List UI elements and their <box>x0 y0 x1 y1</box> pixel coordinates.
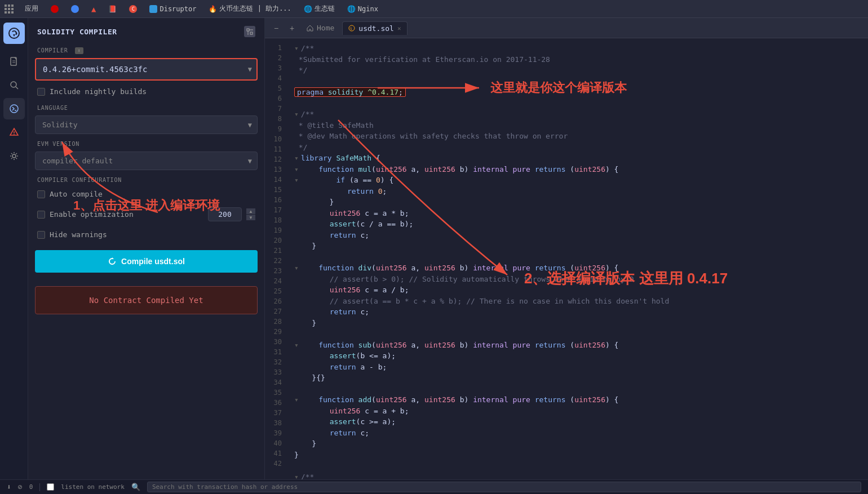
topbar-google[interactable] <box>67 4 83 14</box>
google-icon <box>71 5 79 13</box>
svg-rect-14 <box>250 32 253 34</box>
sidebar-file-icon[interactable] <box>3 51 25 72</box>
sidebar-settings-icon[interactable] <box>3 145 25 167</box>
include-nightly-checkbox[interactable] <box>37 88 45 96</box>
line-numbers: 1234567891011121314151617181920212223242… <box>265 38 287 479</box>
topbar-disruptor[interactable]: Disruptor <box>145 4 201 14</box>
panel-title: SOLIDITY COMPILER <box>37 28 117 36</box>
topbar-chain[interactable]: 🌐 生态链 <box>299 3 339 15</box>
topbar-triangle[interactable]: ▲ <box>87 3 100 15</box>
panel-expand-btn[interactable] <box>244 26 255 37</box>
disruptor-label: Disruptor <box>160 5 196 13</box>
code-editor: − + Home S usdt.sol ✕ <box>265 18 868 479</box>
compiler-version-wrapper: 0.4.26+commit.4563c3fc ▼ <box>35 58 258 81</box>
refresh-icon <box>108 257 117 266</box>
optimization-down-btn[interactable]: ▼ <box>246 215 255 220</box>
evm-section-label: EVM VERSION <box>28 136 264 149</box>
editor-tabs: − + Home S usdt.sol ✕ <box>265 18 868 38</box>
include-nightly-label: Include nightly builds <box>50 87 147 96</box>
flame-icon: 🔥 <box>209 5 217 13</box>
svg-point-11 <box>14 134 15 135</box>
auto-compile-checkbox[interactable] <box>37 190 45 198</box>
c-icon: C <box>129 5 137 13</box>
sol-file-icon: S <box>348 25 355 32</box>
compiler-section-label: COMPILER ⬆ <box>28 43 264 56</box>
listen-network-checkbox[interactable] <box>47 483 54 491</box>
sidebar-logo[interactable] <box>3 23 25 44</box>
svg-text:S: S <box>350 26 352 30</box>
optimization-stepper: ▲ ▼ <box>246 208 255 220</box>
auto-compile-row: Auto compile <box>28 185 264 203</box>
hide-warnings-row: Hide warnings <box>28 226 264 243</box>
left-panel: SOLIDITY COMPILER COMPILER ⬆ 0.4.26+comm… <box>28 18 265 479</box>
listen-network-label: listen on network <box>61 483 125 491</box>
include-nightly-row: Include nightly builds <box>28 83 264 100</box>
optimization-up-btn[interactable]: ▲ <box>246 208 255 214</box>
svg-line-6 <box>16 87 18 89</box>
zoom-in-btn[interactable]: + <box>285 21 299 35</box>
globe-icon: 🌐 <box>304 5 312 13</box>
tab-home-label: Home <box>317 24 334 32</box>
transaction-search-input[interactable] <box>147 482 861 492</box>
no-contract-label: No Contract Compiled Yet <box>89 296 203 305</box>
bottom-count: 0 <box>29 483 33 491</box>
compile-button[interactable]: Compile usdt.sol <box>35 250 258 273</box>
topbar-book[interactable]: 📕 <box>104 4 121 14</box>
code-area[interactable]: 1234567891011121314151617181920212223242… <box>265 38 868 479</box>
triangle-icon: ▲ <box>91 5 96 14</box>
book-icon: 📕 <box>108 5 117 13</box>
sidebar-deploy-icon[interactable] <box>3 122 25 143</box>
bottom-bar: ⬇ ⊘ 0 listen on network 🔍 <box>0 479 868 494</box>
svg-point-12 <box>12 154 16 158</box>
config-section-label: COMPILER CONFIGURATION <box>28 172 264 185</box>
settings-icon <box>9 151 19 161</box>
sidebar-search-icon[interactable] <box>3 74 25 96</box>
chain-label: 生态链 <box>315 4 335 14</box>
nginx-label: Nginx <box>358 5 378 13</box>
bottom-no-listen: ⊘ <box>18 483 23 491</box>
hide-warnings-label: Hide warnings <box>50 230 107 239</box>
panel-header: SOLIDITY COMPILER <box>28 18 264 43</box>
globe2-icon: 🌐 <box>347 5 356 13</box>
tab-usdt[interactable]: S usdt.sol ✕ <box>342 21 407 35</box>
bottom-arrow-down: ⬇ <box>7 483 11 491</box>
huobi-label: 火币生态链 | 助力... <box>219 4 291 14</box>
optimization-input[interactable] <box>208 207 242 221</box>
sidebar-compiler-icon[interactable] <box>3 98 25 119</box>
topbar-nginx[interactable]: 🌐 Nginx <box>343 4 383 14</box>
topbar: 应用 ▲ 📕 C Disruptor 🔥 火币生态链 | 助力... 🌐 生态链… <box>0 0 868 18</box>
remix-logo-icon <box>8 27 20 39</box>
apps-grid-icon[interactable] <box>5 5 14 14</box>
optimization-row: Enable optimization ▲ ▼ <box>28 203 264 226</box>
zhi-icon <box>149 5 157 13</box>
home-icon <box>307 25 313 32</box>
svg-point-5 <box>11 82 16 87</box>
language-select[interactable]: Solidity <box>35 115 258 134</box>
topbar-baidu[interactable] <box>46 4 63 14</box>
compiler-badge: ⬆ <box>75 47 83 54</box>
topbar-apps-label: 应用 <box>25 4 38 14</box>
no-contract-box: No Contract Compiled Yet <box>35 286 258 314</box>
expand-icon <box>246 28 253 35</box>
hide-warnings-checkbox[interactable] <box>37 231 45 239</box>
language-section-label: LANGUAGE <box>28 100 264 113</box>
topbar-c[interactable]: C <box>125 4 141 14</box>
topbar-huobi[interactable]: 🔥 火币生态链 | 助力... <box>204 3 295 15</box>
auto-compile-label: Auto compile <box>50 190 103 198</box>
compile-btn-label: Compile usdt.sol <box>121 257 185 266</box>
search-icon <box>9 80 19 90</box>
optimization-checkbox[interactable] <box>37 211 45 219</box>
optimization-label: Enable optimization <box>50 210 134 219</box>
bottom-separator <box>39 483 40 491</box>
code-content[interactable]: ▾/** *Submitted for verification at Ethe… <box>287 38 868 479</box>
evm-select[interactable]: compiler default <box>35 152 258 170</box>
topbar-apps[interactable]: 应用 <box>20 3 43 15</box>
tab-usdt-label: usdt.sol <box>358 24 394 33</box>
deploy-icon <box>9 127 19 137</box>
baidu-icon <box>51 5 59 13</box>
compiler-version-select[interactable]: 0.4.26+commit.4563c3fc <box>35 58 258 81</box>
tab-usdt-close[interactable]: ✕ <box>397 25 401 32</box>
zoom-out-btn[interactable]: − <box>269 21 283 35</box>
tab-home[interactable]: Home <box>301 21 340 34</box>
svg-marker-17 <box>112 257 114 259</box>
